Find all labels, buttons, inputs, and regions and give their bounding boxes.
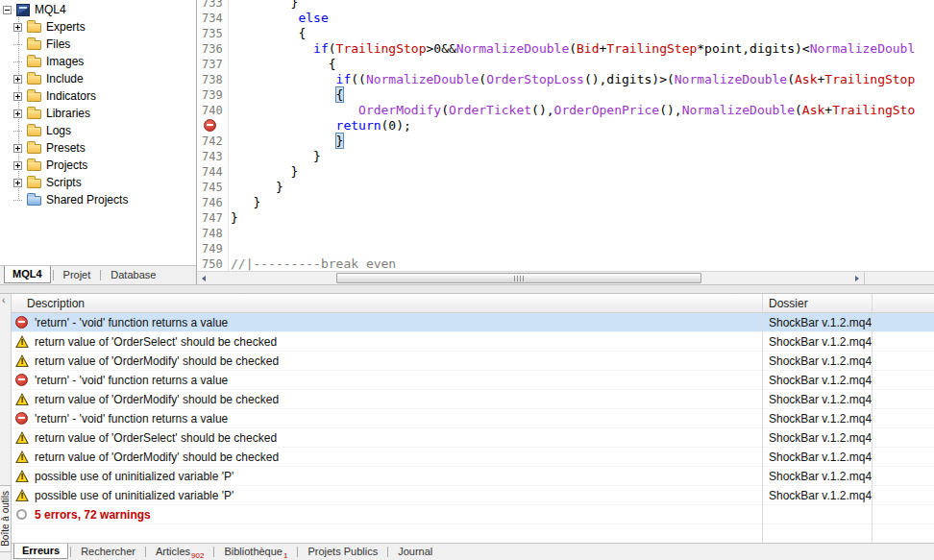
tab-badge: 902 <box>191 551 204 560</box>
error-row[interactable]: return value of 'OrderModify' should be … <box>12 448 934 467</box>
line-number[interactable]: 734 <box>197 11 227 26</box>
line-number[interactable]: 737 <box>197 57 227 72</box>
error-description: possible use of uninitialized variable '… <box>35 470 762 483</box>
line-number[interactable]: 738 <box>197 72 227 87</box>
error-row[interactable]: 5 errors, 72 warnings <box>12 505 934 524</box>
line-number[interactable]: 743 <box>197 149 227 164</box>
code-line[interactable]: 749 <box>197 241 934 256</box>
error-row[interactable]: return value of 'OrderModify' should be … <box>12 390 934 409</box>
tab-projets-publics[interactable]: Projets Publics <box>300 545 385 559</box>
tab-projet[interactable]: Projet <box>56 267 99 283</box>
code-line[interactable]: 740 OrderModify(OrderTicket(),OrderOpenP… <box>197 103 934 118</box>
code-line[interactable]: 742 } <box>197 134 934 149</box>
error-row[interactable]: return value of 'OrderSelect' should be … <box>12 428 934 448</box>
tab-biblioth-que[interactable]: Bibliothèque1 <box>216 545 295 559</box>
tree-item-experts[interactable]: Experts <box>0 18 196 36</box>
tree-item-scripts[interactable]: Scripts <box>0 174 196 191</box>
tree-item-projects[interactable]: Projects <box>0 157 196 174</box>
expand-plus-icon[interactable] <box>13 110 22 118</box>
tab-rechercher[interactable]: Rechercher <box>73 545 143 559</box>
line-number[interactable]: 746 <box>197 195 227 210</box>
code-line[interactable]: 748 <box>197 226 934 241</box>
line-number[interactable]: 733 <box>197 0 227 11</box>
tab-database[interactable]: Database <box>103 267 163 283</box>
tree-root-mql4[interactable]: MQL4 <box>0 1 196 18</box>
scrollbar-thumb[interactable] <box>336 273 701 283</box>
expand-plus-icon[interactable] <box>13 75 22 84</box>
column-header-dossier[interactable]: Dossier <box>762 297 872 310</box>
line-number[interactable]: 744 <box>197 164 227 180</box>
code-line[interactable]: 746 } <box>197 195 934 210</box>
error-row[interactable]: 'return' - 'void' function returns a val… <box>12 409 934 428</box>
tree-item-files[interactable]: Files <box>0 36 196 53</box>
shared-folder-icon <box>27 196 41 206</box>
tree-item-label: Libraries <box>46 107 90 120</box>
scrollbar-track[interactable] <box>211 272 849 284</box>
error-row[interactable]: 'return' - 'void' function returns a val… <box>12 371 934 390</box>
line-number[interactable]: 739 <box>197 87 227 103</box>
expand-plus-icon[interactable] <box>13 92 22 101</box>
expand-plus-icon[interactable] <box>13 23 22 32</box>
code-line[interactable]: 734 else <box>197 11 934 26</box>
code-line[interactable]: 733 } <box>197 0 934 11</box>
navigator-panel: MQL4 ExpertsFilesImagesIncludeIndicators… <box>0 0 197 284</box>
toolbox-vertical-tab[interactable]: Boîte à outils <box>0 485 12 552</box>
error-description: possible use of uninitialized variable '… <box>35 489 762 502</box>
tree-item-presets[interactable]: Presets <box>0 139 196 157</box>
tree-item-libraries[interactable]: Libraries <box>0 105 196 122</box>
code-line[interactable]: 737 { <box>197 57 934 72</box>
scroll-right-arrow-icon[interactable] <box>849 272 864 284</box>
collapse-chevron-icon[interactable]: ‹ <box>2 295 5 305</box>
tab-erreurs[interactable]: Erreurs <box>13 544 68 559</box>
column-header-description[interactable]: Description <box>12 297 762 310</box>
code-line[interactable]: 747} <box>197 210 934 226</box>
error-description: 'return' - 'void' function returns a val… <box>35 412 762 426</box>
line-number[interactable]: 747 <box>197 210 227 226</box>
panel-splitter[interactable] <box>0 284 934 294</box>
error-description: 'return' - 'void' function returns a val… <box>35 374 762 387</box>
tab-articles[interactable]: Articles902 <box>148 545 211 559</box>
code-text: { <box>231 57 336 71</box>
line-number[interactable]: 742 <box>197 134 227 149</box>
code-line[interactable]: 744 } <box>197 164 934 180</box>
error-description: 'return' - 'void' function returns a val… <box>35 316 762 329</box>
code-line[interactable]: 736 if(TrailingStop>0&&NormalizeDouble(B… <box>197 41 934 57</box>
code-editor[interactable]: 733 }734 else735 {736 if(TrailingStop>0&… <box>197 0 934 284</box>
tree-item-include[interactable]: Include <box>0 70 196 87</box>
tree-item-indicators[interactable]: Indicators <box>0 87 196 105</box>
code-line[interactable]: 739 { <box>197 87 934 103</box>
line-number[interactable]: 749 <box>197 241 227 256</box>
code-line[interactable]: 750//|---------break even <box>197 256 934 272</box>
horizontal-scrollbar[interactable] <box>197 272 864 284</box>
error-row[interactable]: return value of 'OrderModify' should be … <box>12 352 934 371</box>
line-number[interactable] <box>197 118 227 134</box>
tab-journal[interactable]: Journal <box>390 545 440 559</box>
code-line[interactable]: 745 } <box>197 180 934 195</box>
expand-plus-icon[interactable] <box>13 144 22 153</box>
line-number[interactable]: 735 <box>197 26 227 41</box>
expand-plus-icon[interactable] <box>13 179 22 187</box>
error-row[interactable]: 'return' - 'void' function returns a val… <box>12 313 934 332</box>
error-row[interactable]: possible use of uninitialized variable '… <box>12 467 934 486</box>
collapse-minus-icon[interactable] <box>3 6 12 14</box>
scrollbar-gap <box>864 272 934 284</box>
code-text: } <box>231 164 298 179</box>
code-line[interactable]: 735 { <box>197 26 934 41</box>
error-row[interactable]: return value of 'OrderSelect' should be … <box>12 332 934 352</box>
code-line[interactable]: return(0); <box>197 118 934 134</box>
scroll-left-arrow-icon[interactable] <box>197 272 211 284</box>
code-line[interactable]: 738 if((NormalizeDouble(OrderStopLoss(),… <box>197 72 934 87</box>
tree-item-logs[interactable]: Logs <box>0 122 196 139</box>
tree-item-shared-projects[interactable]: Shared Projects <box>0 191 196 208</box>
line-number[interactable]: 736 <box>197 41 227 57</box>
line-number[interactable]: 750 <box>197 256 227 272</box>
error-row[interactable]: possible use of uninitialized variable '… <box>12 486 934 505</box>
tree-item-images[interactable]: Images <box>0 53 196 70</box>
line-number[interactable]: 740 <box>197 103 227 118</box>
book-icon <box>16 4 30 16</box>
tab-mql4[interactable]: MQL4 <box>4 266 51 283</box>
code-line[interactable]: 743 } <box>197 149 934 164</box>
line-number[interactable]: 748 <box>197 226 227 241</box>
expand-plus-icon[interactable] <box>13 161 22 170</box>
line-number[interactable]: 745 <box>197 180 227 195</box>
